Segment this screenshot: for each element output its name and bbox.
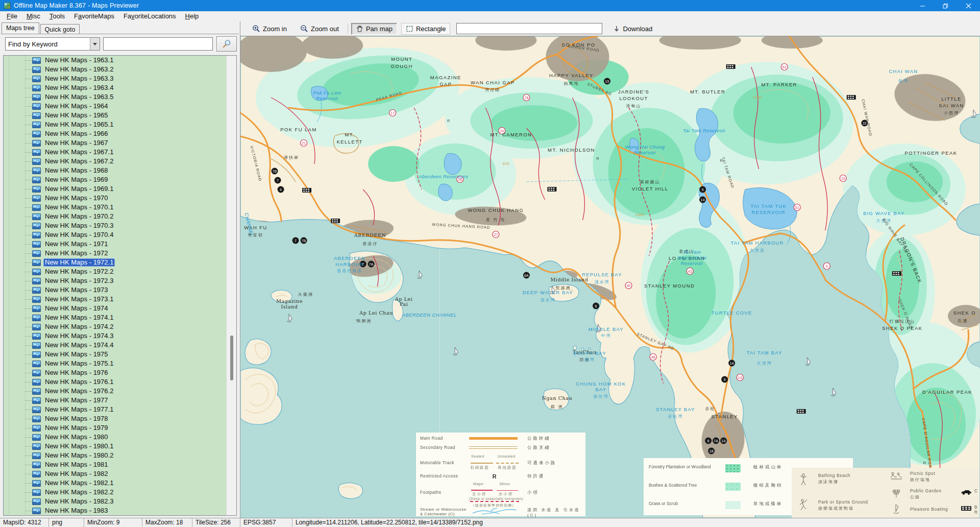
- tree-item[interactable]: New HK Maps - 1982.2: [4, 488, 226, 497]
- tree-item[interactable]: New HK Maps - 1972.2: [4, 267, 226, 276]
- tree-scrollbar-thumb[interactable]: [230, 336, 233, 380]
- search-input[interactable]: [103, 37, 213, 51]
- menu-tools[interactable]: Tools: [45, 11, 69, 21]
- tree-item[interactable]: New HK Maps - 1973.1: [4, 295, 226, 304]
- zoom-in-button[interactable]: Zoom in: [248, 22, 291, 35]
- tree-item[interactable]: New HK Maps - 1970.1: [4, 203, 226, 212]
- chevron-down-icon[interactable]: [90, 38, 100, 50]
- svg-text:香港仔海港: 香港仔海港: [337, 269, 362, 273]
- tree-item[interactable]: New HK Maps - 1971: [4, 239, 226, 249]
- restore-button[interactable]: [934, 0, 957, 11]
- svg-text:15: 15: [605, 80, 609, 83]
- tree-item[interactable]: New HK Maps - 1972.1: [4, 258, 226, 267]
- tree-item[interactable]: New HK Maps - 1963.5: [4, 92, 226, 102]
- tree-item[interactable]: New HK Maps - 1969: [4, 175, 226, 184]
- tree-item[interactable]: New HK Maps - 1974.1: [4, 313, 226, 322]
- tree-item[interactable]: New HK Maps - 1968: [4, 166, 226, 175]
- tree-item[interactable]: New HK Maps - 1976.2: [4, 387, 226, 396]
- tree-item[interactable]: New HK Maps - 1963.4: [4, 83, 226, 92]
- tree-item[interactable]: New HK Maps - 1963.2: [4, 65, 226, 74]
- map-item-icon: [32, 278, 41, 284]
- bushes-swatch: [725, 483, 741, 491]
- tree-item[interactable]: New HK Maps - 1972: [4, 249, 226, 258]
- tree-item[interactable]: New HK Maps - 1969.1: [4, 184, 226, 194]
- svg-text:6: 6: [595, 304, 597, 308]
- map-canvas[interactable]: 17 21 24 27 48 45 51 52 19 14 9 43 40 28: [240, 36, 980, 518]
- search-button[interactable]: [216, 36, 237, 52]
- tree-guide-line: [25, 281, 32, 281]
- tree-item[interactable]: New HK Maps - 1980.1: [4, 442, 226, 451]
- download-button[interactable]: Download: [608, 23, 657, 35]
- tree-item[interactable]: New HK Maps - 1967.1: [4, 148, 226, 157]
- close-button[interactable]: [957, 0, 980, 11]
- tree-item[interactable]: New HK Maps - 1970.3: [4, 221, 226, 230]
- tree-item[interactable]: New HK Maps - 1966: [4, 129, 226, 138]
- svg-text:GAP: GAP: [439, 81, 452, 87]
- tree-item[interactable]: New HK Maps - 1974.3: [4, 331, 226, 341]
- tree-guide-line: [25, 318, 32, 318]
- map-item-icon: [32, 351, 41, 358]
- tree-guide-line: [25, 465, 32, 465]
- tree-item[interactable]: New HK Maps - 1967.2: [4, 157, 226, 166]
- menu-misc[interactable]: Misc: [22, 11, 45, 21]
- tab-quick-goto[interactable]: Quick goto: [40, 24, 80, 34]
- tree-item[interactable]: New HK Maps - 1974.4: [4, 341, 226, 350]
- tree-item[interactable]: New HK Maps - 1967: [4, 138, 226, 148]
- tree-item[interactable]: New HK Maps - 1970.4: [4, 230, 226, 239]
- tree-item[interactable]: New HK Maps - 1963.3: [4, 74, 226, 83]
- tree-item[interactable]: New HK Maps - 1974.2: [4, 322, 226, 331]
- menu-favoritelocations[interactable]: FavoriteLocations: [119, 11, 181, 21]
- svg-text:渣甸山: 渣甸山: [626, 104, 642, 108]
- tree-item[interactable]: New HK Maps - 1980.2: [4, 451, 226, 460]
- tree-item[interactable]: New HK Maps - 1975: [4, 350, 226, 359]
- tree-item[interactable]: New HK Maps - 1977.1: [4, 405, 226, 414]
- tree-item[interactable]: New HK Maps - 1981: [4, 460, 226, 469]
- tree-item[interactable]: New HK Maps - 1972.3: [4, 276, 226, 285]
- tree-item-label: New HK Maps - 1976.1: [43, 378, 115, 386]
- menu-file[interactable]: File: [2, 11, 22, 21]
- tree-guide-line: [25, 290, 32, 291]
- secondary-road-swatch: [469, 446, 518, 449]
- menu-help[interactable]: Help: [181, 11, 204, 21]
- svg-text:銀 洲: 銀 洲: [550, 404, 563, 409]
- tree-item[interactable]: New HK Maps - 1976: [4, 368, 226, 377]
- svg-text:Tai Tam: Tai Tam: [683, 249, 701, 255]
- tab-maps-tree[interactable]: Maps tree: [2, 22, 39, 34]
- tree-item[interactable]: New HK Maps - 1978: [4, 414, 226, 423]
- rectangle-button[interactable]: Rectangle: [401, 23, 451, 35]
- tree-item[interactable]: New HK Maps - 1965: [4, 111, 226, 120]
- svg-text:薄扶林: 薄扶林: [284, 155, 299, 160]
- tree-item[interactable]: New HK Maps - 1965.1: [4, 120, 226, 129]
- tree-item[interactable]: New HK Maps - 1970: [4, 194, 226, 203]
- tree-item[interactable]: New HK Maps - 1982.3: [4, 497, 226, 506]
- minimize-button[interactable]: [911, 0, 934, 11]
- tree-item[interactable]: New HK Maps - 1975.1: [4, 359, 226, 368]
- tree-item[interactable]: New HK Maps - 1970.2: [4, 212, 226, 221]
- tree-item[interactable]: New HK Maps - 1973: [4, 285, 226, 295]
- svg-text:HARBOUR: HARBOUR: [335, 261, 364, 267]
- tree-item[interactable]: New HK Maps - 1963.1: [4, 56, 226, 65]
- pan-map-button[interactable]: Pan map: [351, 23, 397, 35]
- zoom-out-icon: [300, 25, 308, 33]
- svg-text:7: 7: [277, 179, 279, 182]
- tree-item[interactable]: New HK Maps - 1976.1: [4, 377, 226, 387]
- legend-main-road: Main Road: [420, 436, 467, 441]
- tree-item-label: New HK Maps - 1965: [43, 111, 110, 119]
- download-range-input[interactable]: [456, 23, 602, 34]
- tree-item-label: New HK Maps - 1971: [43, 240, 110, 248]
- tree-guide-line: [25, 125, 32, 125]
- zoom-out-button[interactable]: Zoom out: [296, 22, 344, 35]
- menu-favoritemaps[interactable]: FavoriteMaps: [69, 11, 119, 21]
- map-item-icon: [32, 149, 41, 156]
- tree-scrollbar[interactable]: [226, 56, 236, 515]
- tree-item[interactable]: New HK Maps - 1974: [4, 304, 226, 313]
- tree-item[interactable]: New HK Maps - 1982: [4, 469, 226, 478]
- tree-item[interactable]: New HK Maps - 1982.1: [4, 478, 226, 488]
- find-mode-dropdown[interactable]: Find by Keyword: [5, 37, 100, 51]
- tree-item[interactable]: New HK Maps - 1980: [4, 433, 226, 442]
- tree-guide-line: [25, 474, 32, 474]
- tree-item[interactable]: New HK Maps - 1983: [4, 506, 226, 515]
- tree-item[interactable]: New HK Maps - 1979: [4, 423, 226, 433]
- tree-item[interactable]: New HK Maps - 1964: [4, 102, 226, 111]
- tree-item[interactable]: New HK Maps - 1977: [4, 396, 226, 405]
